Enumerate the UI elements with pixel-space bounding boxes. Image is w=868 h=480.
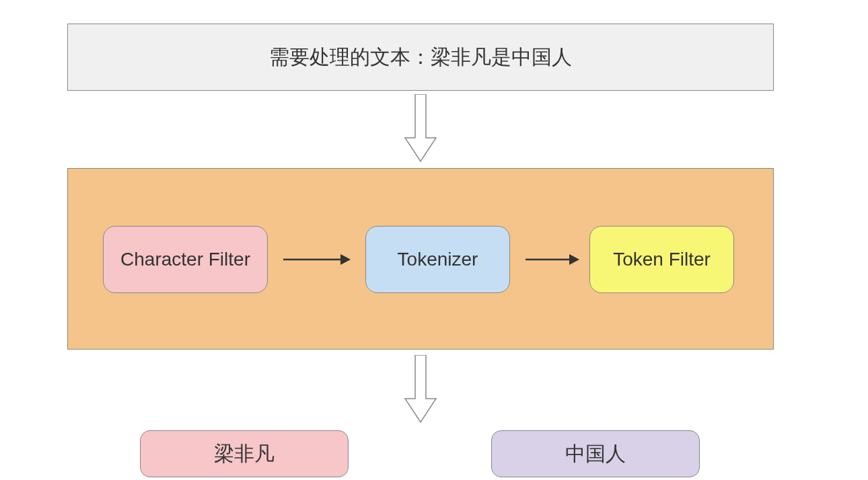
stage-character-filter: Character Filter — [103, 226, 268, 293]
stage-tokenizer: Tokenizer — [365, 226, 510, 293]
arrow-right-icon — [283, 249, 351, 272]
output-token-1: 梁非凡 — [140, 430, 349, 477]
input-text-label: 需要处理的文本：梁非凡是中国人 — [269, 44, 572, 71]
output-label: 梁非凡 — [214, 440, 275, 468]
stage-label: Character Filter — [120, 249, 250, 270]
stage-token-filter: Token Filter — [589, 226, 734, 293]
input-text-box: 需要处理的文本：梁非凡是中国人 — [67, 24, 774, 91]
stage-label: Token Filter — [613, 249, 711, 270]
output-label: 中国人 — [565, 440, 626, 468]
pipeline-container: Character Filter Tokenizer Token Filter — [67, 168, 774, 350]
stage-label: Tokenizer — [398, 249, 478, 270]
output-token-2: 中国人 — [491, 430, 700, 477]
arrow-right-icon — [526, 249, 579, 272]
arrow-down-icon — [404, 355, 437, 428]
arrow-down-icon — [404, 94, 437, 167]
